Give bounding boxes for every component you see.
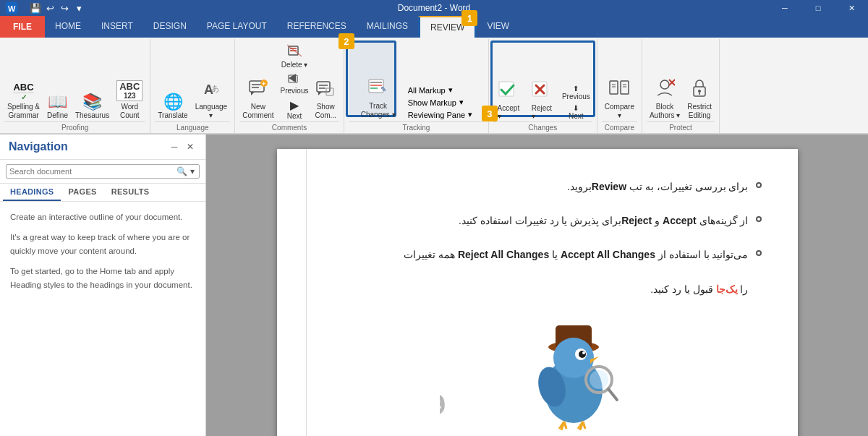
nav-header: Navigation ─ ✕ [0, 134, 205, 160]
minimize-button[interactable]: ─ [768, 0, 801, 16]
svg-text:あ: あ [211, 84, 219, 93]
delete-button[interactable]: Delete ▾ [278, 42, 311, 70]
show-markup-arrow: ▾ [459, 98, 464, 107]
group-language: 🌐 Translate A あ Language▾ Language [150, 39, 235, 133]
nav-controls: ─ ✕ [168, 140, 197, 153]
group-proofing: ABC ✓ Spelling &Grammar 📖 Define 📚 Thesa… [0, 39, 150, 133]
doc-line-2: از گزینه‌های Accept و Rejectبرای پذیرش ی… [459, 212, 749, 230]
tab-home[interactable]: HOME [45, 16, 91, 38]
all-markup-button[interactable]: All Markup ▾ [407, 85, 475, 95]
nav-tab-pages[interactable]: PAGES [61, 184, 103, 201]
search-box: 🔍 ▾ [6, 164, 200, 179]
main-area: Navigation ─ ✕ 🔍 ▾ HEADINGS PAGES RESULT… [0, 134, 868, 436]
document-content: برای بررسی تغییرات، به تب Reviewبروید. ا… [313, 178, 762, 432]
window-controls: ─ □ ✕ [768, 0, 868, 16]
prev-next-group: ⬆ Previous ⬇ Next [560, 83, 592, 121]
translate-icon: 🌐 [163, 94, 183, 110]
nav-pin-button[interactable]: ─ [168, 140, 181, 153]
reviewing-pane-button[interactable]: Reviewing Pane ▾ [407, 109, 475, 120]
svg-point-41 [698, 90, 701, 93]
accept-label: Accept▾ [498, 104, 520, 120]
accept-bold: Accept [663, 215, 697, 226]
track-changes-button[interactable]: ✎ TrackChanges ▾ [356, 74, 401, 121]
reject-label: Reject▾ [532, 104, 552, 120]
bird-illustration-area: ف [313, 315, 762, 432]
prev-comment-icon [287, 72, 302, 87]
thesaurus-label: Thesaurus [75, 111, 109, 120]
customize-icon[interactable]: ▾ [72, 1, 85, 14]
search-dropdown[interactable]: ▾ [189, 166, 196, 176]
tab-insert[interactable]: INSERT [91, 16, 143, 38]
compare-group-label: Compare [602, 121, 637, 132]
nav-tab-headings[interactable]: HEADINGS [3, 184, 61, 201]
group-tracking: 2 ✎ TrackChanges ▾ [344, 39, 489, 133]
spelling-grammar-button[interactable]: ABC ✓ Spelling &Grammar [4, 81, 43, 121]
undo-icon[interactable]: ↩ [43, 1, 56, 14]
language-button[interactable]: A あ Language▾ [192, 80, 231, 121]
svg-point-37 [660, 80, 669, 89]
tab-mailings[interactable]: MAILINGS [357, 16, 418, 38]
comments-buttons: + NewComment [239, 42, 339, 121]
compare-label: Compare▾ [605, 103, 634, 120]
next-comment-button[interactable]: ▶ Next [278, 97, 311, 121]
tab-review[interactable]: REVIEW 1 [418, 16, 477, 38]
maximize-button[interactable]: □ [801, 0, 835, 16]
language-label: Language [155, 121, 230, 132]
search-input[interactable] [9, 167, 175, 176]
close-button[interactable]: ✕ [835, 0, 868, 16]
new-comment-icon: + [248, 78, 268, 101]
previous-change-button[interactable]: ⬆ Previous [560, 83, 592, 102]
svg-marker-18 [318, 92, 322, 95]
proofing-buttons: ABC ✓ Spelling &Grammar 📖 Define 📚 Thesa… [4, 42, 145, 121]
quick-access-toolbar: 💾 ↩ ↪ ▾ [29, 1, 85, 14]
document-page[interactable]: برای بررسی تغییرات، به تب Reviewبروید. ا… [277, 149, 798, 436]
nav-close-button[interactable]: ✕ [184, 140, 197, 153]
svg-rect-31 [610, 81, 618, 94]
title-bar: W 💾 ↩ ↪ ▾ Document2 - Word ─ □ ✕ [0, 0, 868, 16]
svg-rect-32 [621, 81, 629, 94]
save-icon[interactable]: 💾 [29, 1, 42, 14]
svg-text:+: + [262, 80, 265, 87]
restrict-editing-button[interactable]: RestrictEditing [684, 77, 715, 121]
next-change-icon: ⬇ [573, 104, 579, 112]
svg-text:W: W [8, 4, 16, 13]
tab-page-layout[interactable]: PAGE LAYOUT [197, 16, 277, 38]
changes-group-label: Changes [493, 121, 592, 132]
compare-button[interactable]: Compare▾ [602, 77, 637, 121]
next-change-label: Next [569, 112, 584, 120]
group-compare: Compare▾ Compare [597, 39, 642, 133]
spelling-icon: ABC ✓ [13, 82, 33, 101]
svg-point-48 [579, 351, 586, 358]
translate-button[interactable]: 🌐 Translate [155, 93, 190, 121]
tab-view[interactable]: VIEW [477, 16, 519, 38]
proofing-label: Proofing [4, 121, 145, 132]
show-comments-button[interactable]: ShowCom... [312, 78, 339, 121]
next-change-button[interactable]: ⬇ Next [560, 103, 592, 121]
tab-file[interactable]: FILE [0, 16, 45, 38]
search-button[interactable]: 🔍 [175, 166, 189, 176]
word-count-button[interactable]: ABC 123 WordCount [114, 79, 145, 121]
protect-group-label: Protect [647, 121, 715, 132]
redo-icon[interactable]: ↪ [58, 1, 71, 14]
language-icon: A あ [203, 81, 220, 101]
previous-comment-button[interactable]: Previous [278, 71, 311, 96]
accept-button[interactable]: Accept▾ [493, 78, 524, 121]
nav-tab-results[interactable]: RESULTS [104, 184, 157, 201]
tab-design[interactable]: DESIGN [143, 16, 197, 38]
bullet-line-2: از گزینه‌های Accept و Rejectبرای پذیرش ی… [313, 212, 762, 230]
word-count-icon: ABC 123 [116, 80, 142, 101]
show-markup-button[interactable]: Show Markup ▾ [407, 97, 475, 108]
svg-marker-5 [251, 92, 255, 95]
reject-all-bold: Reject All Changes [458, 249, 549, 260]
new-comment-button[interactable]: + NewComment [239, 77, 276, 121]
define-button[interactable]: 📖 Define [44, 93, 71, 121]
nav-body-p1: Create an interactive outline of your do… [10, 210, 195, 223]
reject-button[interactable]: Reject▾ [527, 78, 557, 121]
show-comments-label: ShowCom... [315, 103, 336, 120]
block-authors-button[interactable]: BlockAuthors ▾ [647, 77, 683, 121]
thesaurus-button[interactable]: 📚 Thesaurus [72, 93, 112, 121]
window-title: Document2 - Word [398, 3, 470, 13]
group-changes: 3 Accept▾ [489, 39, 597, 133]
doc-line-4: را یک‌جا قبول یا رد کنید. [650, 281, 748, 299]
tracking-buttons: ✎ TrackChanges ▾ All Markup ▾ Show Marku… [356, 42, 477, 121]
